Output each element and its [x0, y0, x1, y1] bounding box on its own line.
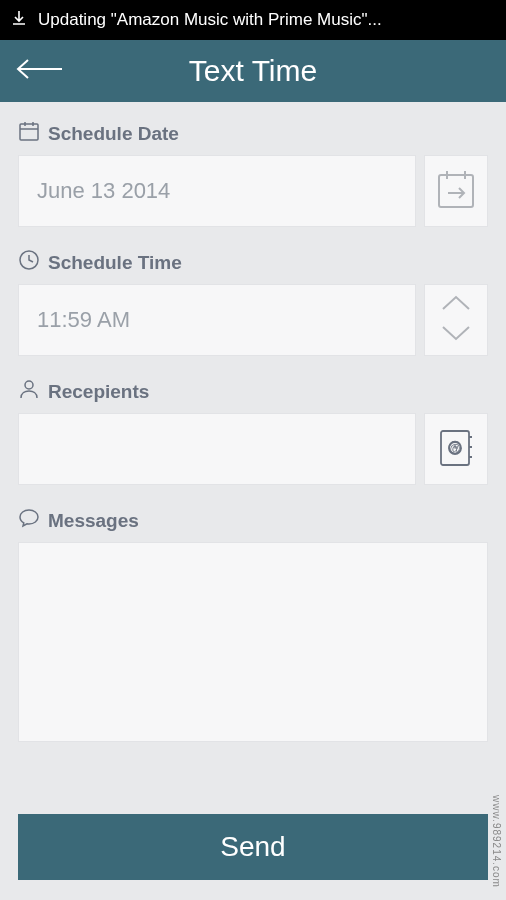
recipients-input[interactable]: [37, 414, 397, 484]
schedule-date-field[interactable]: June 13 2014: [18, 155, 416, 227]
schedule-date-label: Schedule Date: [18, 120, 488, 147]
schedule-time-row: 11:59 AM: [18, 284, 488, 356]
send-button[interactable]: Send: [18, 814, 488, 880]
recipients-row: @: [18, 413, 488, 485]
app-header: Text Time: [0, 40, 506, 102]
notification-text: Updating "Amazon Music with Prime Music"…: [38, 10, 382, 30]
watermark: www.989214.com: [491, 795, 502, 888]
recipients-field[interactable]: [18, 413, 416, 485]
calendar-icon: [18, 120, 48, 147]
messages-input[interactable]: [19, 543, 487, 741]
back-button[interactable]: [14, 57, 64, 85]
system-notification-bar[interactable]: Updating "Amazon Music with Prime Music"…: [0, 0, 506, 40]
page-title: Text Time: [0, 54, 506, 88]
schedule-time-label: Schedule Time: [18, 249, 488, 276]
date-picker-button[interactable]: [424, 155, 488, 227]
messages-field[interactable]: [18, 542, 488, 742]
messages-label: Messages: [18, 507, 488, 534]
contacts-button[interactable]: @: [424, 413, 488, 485]
address-book-icon: @: [436, 425, 476, 473]
main-content: Schedule Date June 13 2014 Schedule Time: [0, 102, 506, 782]
svg-text:@: @: [449, 442, 460, 454]
chevron-down-icon[interactable]: [439, 323, 473, 347]
calendar-arrow-icon: [436, 167, 476, 215]
recipients-label: Recepients: [18, 378, 488, 405]
svg-rect-1: [439, 175, 473, 207]
time-stepper[interactable]: [424, 284, 488, 356]
chevron-up-icon[interactable]: [439, 293, 473, 317]
schedule-date-row: June 13 2014: [18, 155, 488, 227]
svg-rect-0: [20, 124, 38, 140]
schedule-time-field[interactable]: 11:59 AM: [18, 284, 416, 356]
download-icon: [10, 9, 38, 32]
person-icon: [18, 378, 48, 405]
svg-point-3: [25, 381, 33, 389]
speech-bubble-icon: [18, 507, 48, 534]
clock-icon: [18, 249, 48, 276]
